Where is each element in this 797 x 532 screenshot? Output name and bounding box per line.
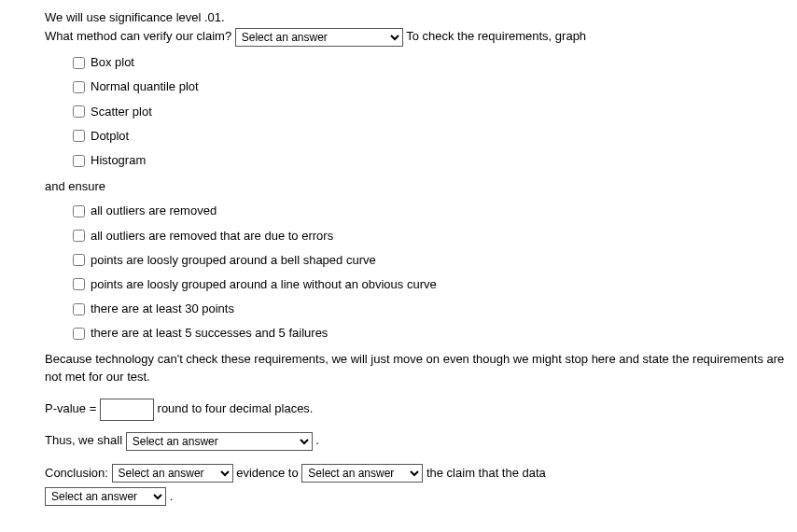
pvalue-after: round to four decimal places. [158, 401, 314, 415]
checkbox-label: there are at least 30 points [91, 301, 234, 317]
checkbox-label: all outliers are removed that are due to… [91, 228, 333, 245]
checkbox-5-successes[interactable] [73, 328, 85, 340]
checkbox-normal-quantile[interactable] [73, 81, 85, 93]
period: . [170, 489, 174, 503]
checkbox-row: Histogram [73, 152, 790, 169]
checkbox-histogram[interactable] [73, 155, 85, 167]
method-line: What method can verify our claim? Select… [45, 28, 790, 47]
checkbox-row: all outliers are removed [73, 203, 790, 219]
method-select[interactable]: Select an answer [235, 28, 403, 47]
checkbox-row: points are loosly grouped around a bell … [73, 252, 790, 269]
ensure-options: all outliers are removed all outliers ar… [73, 203, 790, 342]
claim-label: the claim that the data [426, 466, 546, 480]
checkbox-label: Normal quantile plot [91, 78, 199, 95]
conclusion-row: Conclusion: Select an answer evidence to… [45, 462, 790, 508]
checkbox-label: Histogram [91, 152, 146, 169]
checkbox-row: all outliers are removed that are due to… [73, 228, 790, 245]
checkbox-label: Scatter plot [91, 104, 152, 120]
checkbox-label: Dotplot [91, 128, 129, 145]
ensure-label: and ensure [45, 178, 790, 195]
method-prompt: What method can verify our claim? [45, 30, 231, 44]
thus-row: Thus, we shall Select an answer . [45, 432, 790, 451]
evidence-label: evidence to [236, 466, 299, 480]
conclusion-label: Conclusion: [45, 466, 108, 480]
pvalue-row: P-value = round to four decimal places. [45, 399, 790, 421]
checkbox-30-points[interactable] [73, 303, 85, 315]
graph-options: Box plot Normal quantile plot Scatter pl… [73, 54, 790, 169]
decision-select[interactable]: Select an answer [126, 432, 313, 451]
thus-label: Thus, we shall [45, 433, 122, 447]
conclusion-select-2[interactable]: Select an answer [301, 464, 423, 483]
checkbox-outliers-errors[interactable] [73, 230, 85, 242]
checkbox-row: Box plot [73, 54, 790, 71]
requirements-prompt: To check the requirements, graph [406, 30, 586, 44]
question-container: We will use significance level .01. What… [45, 9, 790, 508]
checkbox-row: there are at least 5 successes and 5 fai… [73, 325, 790, 342]
checkbox-row: Scatter plot [73, 104, 790, 120]
checkbox-boxplot[interactable] [73, 57, 85, 69]
checkbox-label: all outliers are removed [91, 203, 217, 219]
checkbox-line-no-curve[interactable] [73, 278, 85, 290]
checkbox-row: there are at least 30 points [73, 301, 790, 317]
checkbox-label: Box plot [91, 54, 134, 71]
checkbox-scatter[interactable] [73, 105, 85, 118]
checkbox-label: points are loosly grouped around a bell … [91, 252, 376, 269]
checkbox-outliers-removed[interactable] [73, 205, 85, 217]
pvalue-label: P-value = [45, 401, 96, 415]
conclusion-select-1[interactable]: Select an answer [112, 464, 233, 483]
conclusion-select-3[interactable]: Select an answer [45, 487, 166, 506]
checkbox-row: Normal quantile plot [73, 78, 790, 95]
pvalue-input[interactable] [100, 399, 154, 421]
checkbox-label: there are at least 5 successes and 5 fai… [91, 325, 328, 342]
significance-line: We will use significance level .01. [45, 9, 790, 26]
checkbox-row: Dotplot [73, 128, 790, 145]
technology-note: Because technology can't check these req… [45, 351, 790, 385]
checkbox-bell-curve[interactable] [73, 254, 85, 266]
checkbox-label: points are loosly grouped around a line … [91, 276, 437, 293]
checkbox-row: points are loosly grouped around a line … [73, 276, 790, 293]
period: . [315, 433, 319, 447]
checkbox-dotplot[interactable] [73, 130, 85, 142]
